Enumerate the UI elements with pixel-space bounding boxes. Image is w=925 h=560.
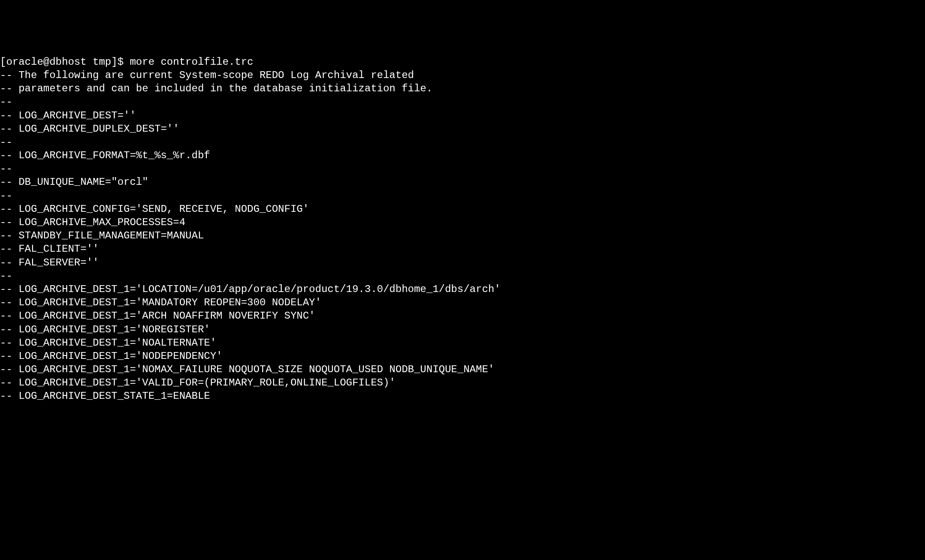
output-line: -- LOG_ARCHIVE_MAX_PROCESSES=4 — [0, 216, 925, 229]
output-line: -- — [0, 95, 925, 108]
output-line: -- LOG_ARCHIVE_DEST_1='LOCATION=/u01/app… — [0, 283, 925, 296]
shell-command: more controlfile.trc — [130, 56, 253, 68]
output-line: -- — [0, 189, 925, 202]
output-line: -- STANDBY_FILE_MANAGEMENT=MANUAL — [0, 229, 925, 242]
output-line: -- The following are current System-scop… — [0, 69, 925, 82]
output-line: -- LOG_ARCHIVE_DEST_1='VALID_FOR=(PRIMAR… — [0, 376, 925, 389]
output-line: -- parameters and can be included in the… — [0, 82, 925, 95]
output-line: -- FAL_CLIENT='' — [0, 242, 925, 256]
output-line: -- — [0, 135, 925, 149]
terminal-output[interactable]: [oracle@dbhost tmp]$ more controlfile.tr… — [0, 55, 925, 403]
output-line: -- LOG_ARCHIVE_FORMAT=%t_%s_%r.dbf — [0, 149, 925, 162]
command-line: [oracle@dbhost tmp]$ more controlfile.tr… — [0, 55, 925, 69]
output-line: -- — [0, 269, 925, 283]
output-line: -- LOG_ARCHIVE_CONFIG='SEND, RECEIVE, NO… — [0, 202, 925, 216]
output-line: -- LOG_ARCHIVE_DEST_STATE_1=ENABLE — [0, 389, 925, 403]
output-line: -- LOG_ARCHIVE_DEST_1='NOMAX_FAILURE NOQ… — [0, 363, 925, 376]
output-line: -- LOG_ARCHIVE_DEST_1='MANDATORY REOPEN=… — [0, 296, 925, 309]
output-line: -- DB_UNIQUE_NAME="orcl" — [0, 175, 925, 189]
output-line: -- FAL_SERVER='' — [0, 256, 925, 269]
output-line: -- LOG_ARCHIVE_DEST_1='NOREGISTER' — [0, 323, 925, 336]
output-line: -- LOG_ARCHIVE_DEST_1='NOALTERNATE' — [0, 336, 925, 349]
shell-prompt: [oracle@dbhost tmp]$ — [0, 56, 130, 68]
output-line: -- LOG_ARCHIVE_DUPLEX_DEST='' — [0, 122, 925, 135]
output-line: -- LOG_ARCHIVE_DEST_1='NODEPENDENCY' — [0, 349, 925, 363]
output-line: -- LOG_ARCHIVE_DEST_1='ARCH NOAFFIRM NOV… — [0, 309, 925, 322]
output-line: -- — [0, 162, 925, 175]
output-line: -- LOG_ARCHIVE_DEST='' — [0, 109, 925, 122]
